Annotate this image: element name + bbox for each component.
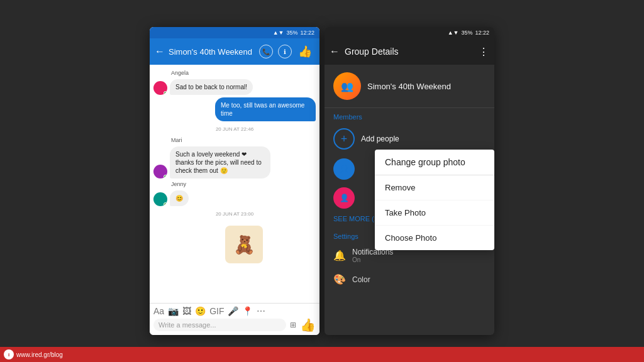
add-people-button[interactable]: +	[333, 128, 355, 150]
toolbar-icons-row: Aa 📷 🖼 🙂 GIF 🎤 📍 ⋯	[153, 306, 316, 316]
gif-icon[interactable]: GIF	[209, 306, 224, 316]
group-avatar: 👥	[333, 72, 361, 100]
header-thumbs: 👍	[298, 45, 314, 58]
website-bar: i www.ired.gr/blog	[0, 347, 644, 362]
group-name: Simon's 40th Weekend	[367, 82, 451, 91]
info-icon[interactable]: ℹ	[278, 45, 292, 58]
right-back-button[interactable]: ←	[330, 46, 340, 57]
sender-name-mari: Mari	[153, 137, 316, 143]
msg-row-sent1: Me too, still twas an awesome time	[153, 97, 316, 121]
header-thumbs-icon: 👍	[298, 45, 312, 58]
phone-icon[interactable]: 📞	[259, 45, 273, 58]
right-header: ← Group Details ⋮	[325, 38, 494, 65]
timestamp-2: 20 JUN AT 23:00	[153, 211, 316, 217]
left-header: ← Simon's 40th Weekend 📞 ℹ 👍	[150, 38, 319, 65]
member-avatar-2: 👤	[333, 187, 355, 209]
more-icon[interactable]: ⋯	[257, 306, 265, 316]
right-time: 12:22	[475, 30, 489, 36]
notifications-sublabel: On	[352, 256, 393, 263]
website-icon: i	[4, 349, 14, 359]
add-people-label: Add people	[361, 134, 399, 143]
right-battery: 35%	[461, 30, 472, 36]
group-info-row: 👥 Simon's 40th Weekend	[325, 65, 494, 108]
choose-photo-option[interactable]: Choose Photo	[375, 226, 494, 250]
left-signal-icon: ▲▼	[273, 30, 284, 36]
sticker: 🧸	[225, 226, 263, 263]
right-status-bar: ▲▼ 35% 12:22	[325, 27, 494, 38]
emoji-icon[interactable]: 🙂	[195, 306, 206, 316]
color-setting[interactable]: 🎨 Color	[325, 268, 494, 290]
msg-row-mari: Such a lovely weekend ❤ thanks for the p…	[153, 146, 316, 178]
left-phone: ▲▼ 35% 12:22 ← Simon's 40th Weekend 📞 ℹ …	[150, 27, 319, 335]
color-text: Color	[352, 275, 370, 284]
avatar-mari	[153, 165, 167, 178]
mic-icon[interactable]: 🎤	[228, 306, 238, 316]
group-details-title: Group Details	[345, 47, 474, 57]
sender-name-angela: Angela	[153, 70, 316, 76]
camera-icon[interactable]: 📷	[168, 306, 179, 316]
bubble-sent1: Me too, still twas an awesome time	[215, 97, 316, 121]
left-back-button[interactable]: ←	[155, 46, 165, 57]
image-icon[interactable]: 🖼	[182, 306, 191, 316]
bell-icon: 🔔	[333, 250, 346, 261]
dropdown-title: Change group photo	[375, 150, 494, 175]
msg-row-jenny: 😊	[153, 190, 316, 206]
sticker-area: 🧸	[153, 226, 316, 263]
bubble-angela: Sad to be back to normal!	[170, 79, 253, 95]
website-url: www.ired.gr/blog	[16, 351, 63, 358]
left-status-bar: ▲▼ 35% 12:22	[150, 27, 319, 38]
left-battery: 35%	[286, 30, 297, 36]
left-time: 12:22	[300, 30, 314, 36]
color-icon: 🎨	[333, 273, 346, 285]
bubble-jenny: 😊	[170, 190, 189, 206]
left-chat-title: Simon's 40th Weekend	[169, 47, 255, 57]
right-menu-icon[interactable]: ⋮	[479, 46, 489, 58]
avatar-jenny	[153, 192, 167, 206]
input-field-row: Write a message... ⊞ 👍	[153, 317, 316, 332]
expand-icon: ⊞	[290, 321, 296, 329]
message-input[interactable]: Write a message...	[153, 319, 286, 331]
phones-wrapper: ▲▼ 35% 12:22 ← Simon's 40th Weekend 📞 ℹ …	[150, 27, 494, 335]
right-signal-icon: ▲▼	[448, 30, 459, 36]
text-icon[interactable]: Aa	[153, 306, 164, 316]
left-header-icons: 📞 ℹ	[259, 45, 292, 58]
color-label: Color	[352, 275, 370, 284]
screenshot-container: ▲▼ 35% 12:22 ← Simon's 40th Weekend 📞 ℹ …	[0, 0, 644, 362]
send-thumbs-button[interactable]: 👍	[300, 317, 316, 332]
members-label: Members	[325, 108, 494, 123]
right-phone: ▲▼ 35% 12:22 ← Group Details ⋮ 👥 Simon's…	[325, 27, 494, 335]
msg-row-angela: Sad to be back to normal!	[153, 79, 316, 95]
sender-name-jenny: Jenny	[153, 181, 316, 187]
member-avatar-1: 👤	[333, 158, 355, 180]
chat-area: Angela Sad to be back to normal! Me too,…	[150, 65, 319, 303]
input-bar: Aa 📷 🖼 🙂 GIF 🎤 📍 ⋯ Write a message... ⊞ …	[150, 303, 319, 335]
remove-option[interactable]: Remove	[375, 175, 494, 200]
avatar-angela	[153, 81, 167, 95]
take-photo-option[interactable]: Take Photo	[375, 200, 494, 226]
location-icon[interactable]: 📍	[242, 306, 253, 316]
sticker-row: 🧸	[206, 226, 263, 263]
bubble-mari: Such a lovely weekend ❤ thanks for the p…	[170, 146, 270, 178]
timestamp-1: 20 JUN AT 22:46	[153, 126, 316, 132]
change-photo-dropdown: Change group photo Remove Take Photo Cho…	[375, 150, 494, 250]
